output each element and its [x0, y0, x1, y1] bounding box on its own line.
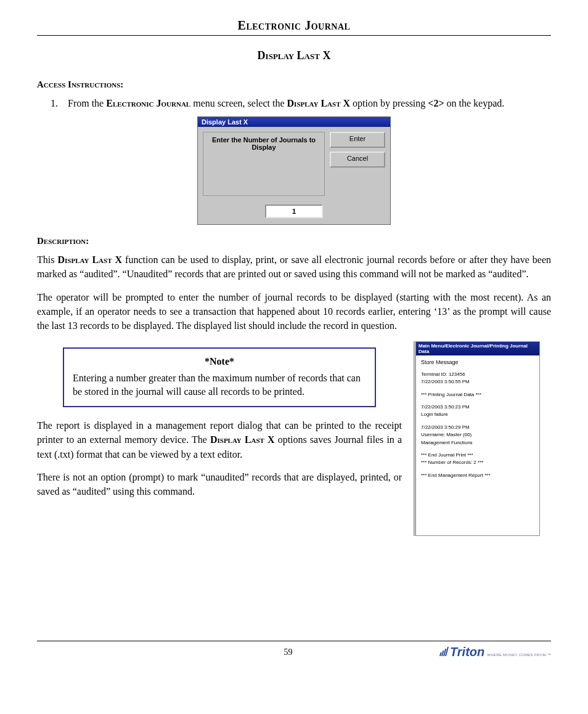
report-line: Management Functions	[421, 440, 534, 446]
report-line	[421, 468, 534, 471]
note-box: *Note* Entering a number greater than th…	[63, 347, 376, 407]
report-line	[421, 420, 534, 423]
report-line: 7/22/2003 3:50:55 PM	[421, 379, 534, 385]
dialog-titlebar: Display Last X	[198, 117, 390, 127]
report-titlebar: Main Menu/Electronic Journal/Printing Jo…	[416, 342, 539, 355]
access-instructions-heading: Access Instructions:	[37, 79, 551, 90]
description-p2: The operator will be prompted to enter t…	[37, 290, 551, 333]
display-last-x-dialog: Display Last X Enter the Number of Journ…	[197, 116, 391, 225]
report-line: Login failure	[421, 412, 534, 418]
term-electronic-journal: Electronic Journal	[106, 98, 190, 108]
enter-button[interactable]: Enter	[330, 132, 385, 148]
brand-logo: Triton WHERE MONEY COMES FROM.™	[441, 645, 551, 659]
note-title: *Note*	[73, 355, 366, 368]
report-line	[421, 399, 534, 403]
report-store-message: Store Message	[421, 359, 534, 367]
description-p1: This Display Last X function can be used…	[37, 253, 551, 281]
list-item: 1. From the Electronic Journal menu scre…	[51, 96, 551, 110]
page-footer: 59 Triton WHERE MONEY COMES FROM.™	[37, 641, 551, 659]
report-line: Terminal ID: 123456	[421, 371, 534, 378]
report-line: 7/22/2003 3:50:23 PM	[421, 404, 534, 410]
description-heading: Description:	[37, 236, 551, 246]
report-line: *** Printing Journal Data ***	[421, 392, 534, 398]
management-report-screenshot: Main Menu/Electronic Journal/Printing Jo…	[415, 341, 540, 536]
page-header: Electronic Journal	[37, 18, 551, 36]
report-line: Username: Master (00)	[421, 432, 534, 438]
brand-name: Triton	[450, 645, 484, 659]
list-number: 1.	[51, 96, 58, 110]
report-line: *** End Journal Print ***	[421, 452, 534, 458]
cancel-button[interactable]: Cancel	[330, 152, 385, 168]
access-instructions-list: 1. From the Electronic Journal menu scre…	[51, 96, 551, 110]
term-display-last-x: Display Last X	[287, 98, 351, 108]
report-line: 7/22/2003 3:50:29 PM	[421, 424, 534, 431]
dialog-screenshot: Display Last X Enter the Number of Journ…	[37, 116, 551, 225]
report-line: *** End Management Report ***	[421, 473, 534, 479]
report-line	[421, 387, 534, 391]
section-title: Display Last X	[37, 49, 551, 62]
logo-stripes-icon	[439, 647, 449, 656]
brand-tagline: WHERE MONEY COMES FROM.™	[487, 653, 551, 657]
report-body: Store Message Terminal ID: 1234567/22/20…	[416, 355, 539, 535]
keypress: <2>	[428, 98, 444, 108]
journal-count-input[interactable]	[265, 205, 323, 218]
page-number: 59	[136, 647, 441, 657]
term-display-last-x: Display Last X	[210, 434, 275, 445]
description-p3: The report is displayed in a management …	[37, 418, 402, 461]
dialog-prompt: Enter the Number of Journals to Display	[203, 132, 325, 196]
list-text: From the Electronic Journal menu screen,…	[68, 96, 504, 110]
description-p4: There is not an option (prompt) to mark …	[37, 470, 402, 498]
note-body: Entering a number greater than the maxim…	[73, 371, 366, 399]
report-line	[421, 447, 534, 451]
report-line: *** Number of Records: 2 ***	[421, 460, 534, 466]
term-display-last-x: Display Last X	[57, 254, 122, 265]
